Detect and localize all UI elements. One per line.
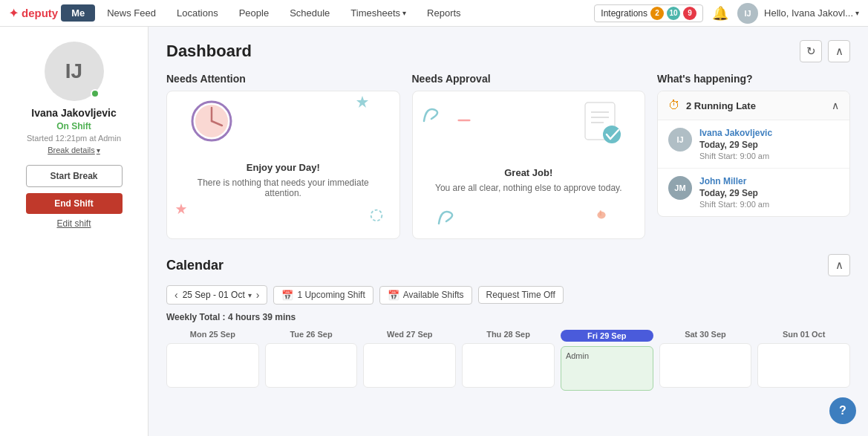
cal-day-header-5: Sat 30 Sep: [659, 330, 752, 339]
whats-collapse-button[interactable]: ∧: [832, 100, 839, 111]
person-row: IJ Ivana Jakovljevic Today, 29 Sep Shift…: [658, 120, 849, 169]
nav-schedule[interactable]: Schedule: [279, 7, 340, 19]
person-info-jm: John Miller Today, 29 Sep Shift Start: 9…: [699, 176, 839, 209]
dashboard-header: Dashboard ↻ ∧: [166, 40, 850, 62]
cal-day-header-2: Wed 27 Sep: [363, 330, 456, 339]
upcoming-shift-button[interactable]: 📅 1 Upcoming Shift: [273, 286, 373, 305]
needs-attention-section: Needs Attention: [166, 73, 400, 239]
cal-day-3: Thu 28 Sep: [462, 330, 555, 391]
cal-day-0: Mon 25 Sep: [166, 330, 259, 391]
cal-day-cell-1: [265, 343, 358, 388]
attention-deco-clock: [189, 99, 234, 143]
attention-deco-star1: [355, 95, 370, 110]
admin-label: Admin: [566, 351, 648, 360]
date-range-nav[interactable]: ‹ 25 Sep - 01 Oct ▾ ›: [166, 285, 267, 305]
attention-deco-star2: [174, 203, 188, 216]
running-late-row: ⏱ 2 Running Late: [668, 99, 756, 112]
person-avatar-jm: JM: [668, 176, 692, 200]
attention-deco-shape: [368, 207, 385, 224]
calendar-icon: 📅: [281, 290, 293, 301]
nav-people[interactable]: People: [229, 7, 279, 19]
whats-header: ⏱ 2 Running Late ∧: [658, 91, 849, 120]
calendar-section: Calendar ∧ ‹ 25 Sep - 01 Oct ▾ › 📅 1 Upc…: [166, 254, 850, 391]
edit-shift-link[interactable]: Edit shift: [56, 218, 91, 229]
badge-orange: 2: [650, 7, 664, 20]
approval-deco-swirl1: [420, 103, 443, 125]
approval-card-subtext: You are all clear, nothing else to appro…: [435, 183, 622, 193]
person-name-ij[interactable]: Ivana Jakovljevic: [699, 128, 839, 138]
prev-week-button[interactable]: ‹: [173, 289, 180, 301]
cal-day-header-3: Thu 28 Sep: [462, 330, 555, 339]
logo-star: ✦: [9, 7, 19, 20]
end-shift-button[interactable]: End Shift: [26, 193, 123, 214]
help-button[interactable]: ?: [829, 397, 856, 424]
nav-avatar: IJ: [737, 3, 758, 24]
cal-day-1: Tue 26 Sep: [265, 330, 358, 391]
nav-reports[interactable]: Reports: [417, 7, 471, 19]
shift-status-badge: On Shift: [56, 121, 91, 131]
nav-news-feed[interactable]: News Feed: [97, 7, 166, 19]
needs-approval-title: Needs Approval: [412, 73, 646, 85]
me-button[interactable]: Me: [61, 4, 95, 22]
person-date-jm: Today, 29 Sep: [699, 188, 839, 198]
refresh-button[interactable]: ↻: [800, 40, 822, 62]
clock-icon: ⏱: [668, 99, 680, 112]
nav-right-section: Integrations 2 10 9 🔔 IJ Hello, Ivana Ja…: [594, 3, 859, 24]
svg-point-6: [371, 210, 382, 221]
calendar-header: Calendar ∧: [166, 254, 850, 276]
next-week-button[interactable]: ›: [255, 289, 261, 301]
sections-row: Needs Attention: [166, 73, 850, 239]
dashboard-title: Dashboard: [166, 42, 252, 61]
notifications-button[interactable]: 🔔: [709, 4, 731, 23]
cal-day-header-4: Fri 29 Sep: [561, 330, 653, 342]
cal-day-4: Fri 29 Sep Admin: [561, 330, 653, 391]
nav-timesheets[interactable]: Timesheets ▾: [340, 7, 417, 19]
user-name: Ivana Jakovljevic: [31, 107, 116, 119]
collapse-calendar-button[interactable]: ∧: [828, 254, 850, 276]
shift-started-text: Started 12:21pm at Admin: [27, 134, 121, 143]
start-break-button[interactable]: Start Break: [26, 165, 123, 187]
approval-deco-dash1: [457, 114, 471, 127]
person-name-jm[interactable]: John Miller: [699, 176, 839, 186]
request-time-off-button[interactable]: Request Time Off: [478, 286, 564, 304]
break-details-link[interactable]: Break details ▾: [48, 146, 100, 154]
dashboard-header-icons: ↻ ∧: [800, 40, 850, 62]
integrations-label: Integrations: [601, 8, 647, 19]
whats-happening-section: What's happening? ⏱ 2 Running Late ∧ IJ: [657, 73, 850, 239]
cal-day-cell-2: [363, 343, 456, 388]
sidebar-action-buttons: Start Break End Shift: [9, 165, 139, 214]
approval-deco-swirl2: [435, 205, 457, 227]
user-avatar: IJ: [45, 42, 104, 101]
nav-locations[interactable]: Locations: [166, 7, 229, 19]
svg-marker-5: [176, 204, 186, 214]
person-info-ij: Ivana Jakovljevic Today, 29 Sep Shift St…: [699, 128, 839, 160]
attention-card-subtext: There is nothing that needs your immedia…: [179, 178, 388, 198]
running-late-label: 2 Running Late: [686, 100, 756, 111]
available-shifts-button[interactable]: 📅 Available Shifts: [379, 286, 472, 305]
needs-attention-title: Needs Attention: [166, 73, 400, 85]
calendar-title: Calendar: [166, 258, 223, 273]
top-navigation: ✦ deputy Me News Feed Locations People S…: [0, 0, 868, 27]
brand-logo[interactable]: ✦ deputy: [9, 7, 58, 20]
approval-card-heading: Great Job!: [435, 167, 622, 178]
person-date-ij: Today, 29 Sep: [699, 140, 839, 150]
weekly-total: Weekly Total : 4 hours 39 mins: [166, 312, 850, 322]
cal-day-2: Wed 27 Sep: [363, 330, 456, 391]
cal-day-cell-4: Admin: [561, 346, 653, 391]
needs-attention-card: Enjoy your Day! There is nothing that ne…: [166, 91, 400, 239]
person-avatar-ij: IJ: [668, 128, 692, 152]
integrations-button[interactable]: Integrations 2 10 9: [594, 4, 703, 22]
whats-happening-title: What's happening?: [657, 73, 850, 85]
collapse-dashboard-button[interactable]: ∧: [828, 40, 850, 62]
hello-user-dropdown[interactable]: Hello, Ivana Jakovl... ▾: [764, 7, 859, 19]
cal-day-cell-3: [462, 343, 555, 388]
approval-deco-hand: [595, 208, 607, 220]
cal-day-header-1: Tue 26 Sep: [265, 330, 358, 339]
cal-day-cell-5: [659, 343, 752, 388]
cal-day-cell-6: [757, 343, 850, 388]
badge-red: 9: [683, 7, 696, 20]
online-indicator: [91, 89, 99, 98]
whats-happening-card: ⏱ 2 Running Late ∧ IJ Ivana Jakovljevic …: [657, 91, 850, 217]
needs-approval-section: Needs Approval: [412, 73, 646, 239]
calendar-grid: Mon 25 Sep Tue 26 Sep Wed 27 Sep Thu 28 …: [166, 330, 850, 391]
